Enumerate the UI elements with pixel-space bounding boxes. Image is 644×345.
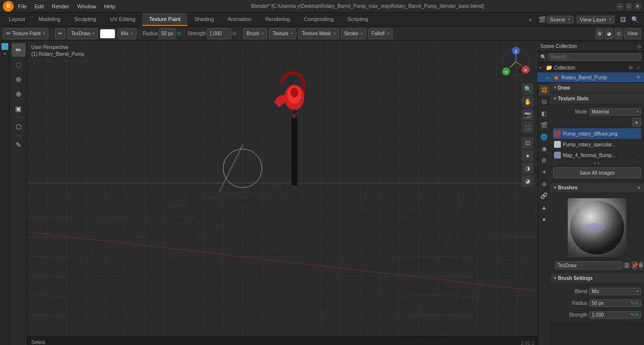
menu-help[interactable]: Help <box>101 2 119 10</box>
tab-scripting[interactable]: Scripting <box>340 13 375 26</box>
radius-pressure-icon-2[interactable]: ⊙ <box>635 300 639 305</box>
menu-edit[interactable]: Edit <box>31 2 47 10</box>
radius-prop-value[interactable]: 50 px ✎ ⊙ <box>589 299 641 307</box>
texture-slots-header[interactable]: ▾ Texture Slots <box>550 93 644 104</box>
viewport-rendered-btn[interactable]: ◕ <box>522 175 533 187</box>
prop-output-icon[interactable]: ⊟ <box>539 96 550 107</box>
strength-pen-icon[interactable]: ✎ <box>630 312 634 317</box>
navigation-gizmo[interactable]: Z Y X <box>500 46 532 77</box>
prop-physics-icon[interactable]: ⊕ <box>539 179 550 189</box>
mode-selector[interactable]: ✏ Texture Paint ▾ <box>3 28 48 39</box>
brushes-expand-icon[interactable]: ▾ <box>638 185 640 190</box>
view-layer-selector[interactable]: View Layer ▾ <box>577 16 615 23</box>
tab-layout[interactable]: Layout <box>2 13 32 26</box>
prop-particle-icon[interactable]: ✦ <box>539 167 550 178</box>
texture-mask-button[interactable]: Texture Mask ▾ <box>298 28 338 39</box>
smear-tool[interactable]: ⊛ <box>12 72 25 86</box>
prop-modifier-icon[interactable]: ⚙ <box>539 155 550 166</box>
side-toggle[interactable]: ◂ <box>3 51 6 56</box>
render-region-btn[interactable]: ⬚ <box>522 121 533 133</box>
radius-input[interactable]: 50 px <box>159 28 176 39</box>
color-swatch[interactable] <box>100 29 115 39</box>
save-all-images-button[interactable]: Save All Images <box>553 167 641 178</box>
viewport-render-btn[interactable]: ⊡ <box>522 137 533 149</box>
texture-menu-button[interactable]: Texture ▾ <box>269 28 296 39</box>
menu-render[interactable]: Render <box>48 2 73 10</box>
soften-tool[interactable]: ◌ <box>12 58 25 71</box>
tab-animation[interactable]: Animation <box>221 13 259 26</box>
blender-logo[interactable]: B <box>3 1 14 12</box>
falloff-button[interactable]: Falloff ▾ <box>368 28 393 39</box>
draw-tool[interactable]: ✏ <box>12 43 25 57</box>
brush-pin-button[interactable]: 📌 <box>632 261 638 270</box>
mode-value[interactable]: Material ▾ <box>589 108 641 115</box>
prop-object-icon[interactable]: ◉ <box>539 143 550 154</box>
3d-viewport[interactable]: User Perspective (1) Rotary_Barrel_Pump … <box>27 41 537 345</box>
tab-uv-editing[interactable]: UV Editing <box>103 13 142 26</box>
viewport-material-btn[interactable]: ◑ <box>522 162 533 174</box>
strength-pressure-icon-2[interactable]: ⊙ <box>635 312 639 317</box>
close-button[interactable]: ✕ <box>634 3 641 10</box>
minimize-button[interactable]: ─ <box>617 3 623 10</box>
add-texture-slot-button[interactable]: + <box>632 118 641 127</box>
texture-slot-diffuse[interactable]: Pump_rotary_diffuse.png ... <box>553 128 641 139</box>
view-btn[interactable]: View <box>624 28 642 39</box>
outliner-filter-icon[interactable]: ⊟ <box>637 44 641 49</box>
add-workspace-button[interactable]: + <box>526 15 535 24</box>
render-properties-icon[interactable]: 🖼 <box>618 14 628 25</box>
pump-eye-icon[interactable]: 👁 <box>635 75 642 80</box>
annotate-tool[interactable]: ✎ <box>12 138 25 152</box>
prop-scene-icon[interactable]: 🎬 <box>539 120 550 131</box>
viewport-shading-btn[interactable]: ◕ <box>605 28 613 39</box>
slots-expand-arrow[interactable]: ▸ ▸ <box>553 161 641 165</box>
tab-rendering[interactable]: Rendering <box>258 13 297 26</box>
blend-value[interactable]: Mix ▾ <box>589 288 641 295</box>
prop-world-icon[interactable]: 🌐 <box>539 132 550 142</box>
prop-constraints-icon[interactable]: 🔗 <box>539 190 550 201</box>
brush-name-selector[interactable]: TexDraw ▾ <box>67 28 98 39</box>
brush-settings-header[interactable]: ▾ Brush Settings <box>550 273 644 284</box>
menu-window[interactable]: Window <box>74 2 100 10</box>
blend-mode-selector[interactable]: Mix ▾ <box>117 28 136 39</box>
collection-check-icon[interactable]: ✓ <box>635 65 642 70</box>
prop-view-layer-icon[interactable]: ◧ <box>539 108 550 119</box>
stroke-button[interactable]: Stroke ▾ <box>341 28 366 39</box>
mask-tool[interactable]: ⬡ <box>12 120 25 134</box>
draw-tool-button[interactable]: ✏ <box>55 28 66 39</box>
radius-pressure-icon[interactable]: ⊙ <box>177 30 181 37</box>
fill-tool[interactable]: ▣ <box>12 102 25 115</box>
texture-slot-specular[interactable]: Pump_rotary_specular... <box>553 139 641 150</box>
strength-pressure-icon[interactable]: ⊙ <box>232 30 237 37</box>
prop-material-icon[interactable]: ● <box>539 214 550 225</box>
strength-prop-value[interactable]: 1.000 ✎ ⊙ <box>589 311 641 319</box>
outliner-pump-item[interactable]: ▸ ◉ Rotary_Barrel_Pump 👁 <box>537 72 644 82</box>
prop-render-icon[interactable]: 🖼 <box>539 85 550 95</box>
brushes-section-header[interactable]: ▾ Brushes ▾ <box>550 183 644 193</box>
viewport-solid-btn[interactable]: ● <box>522 150 533 161</box>
draw-section-header[interactable]: ▾ Draw <box>550 83 644 93</box>
tab-sculpting[interactable]: Sculpting <box>67 13 103 26</box>
brush-menu-button[interactable]: Brush ▾ <box>243 28 267 39</box>
hand-tool-btn[interactable]: ✋ <box>522 96 533 108</box>
collection-eye-icon[interactable]: 👁 <box>627 65 634 70</box>
search-icon[interactable]: 🔍 <box>629 14 640 25</box>
tab-texture-paint[interactable]: Texture Paint <box>142 13 187 26</box>
outliner-search-input[interactable] <box>548 53 641 61</box>
camera-view-btn[interactable]: 📷 <box>522 109 533 120</box>
brush-name-input[interactable] <box>555 261 622 270</box>
radius-pen-icon[interactable]: ✎ <box>630 300 634 305</box>
menu-file[interactable]: File <box>15 2 30 10</box>
prop-data-icon[interactable]: ▲ <box>539 202 550 213</box>
scene-selector[interactable]: Scene ▾ <box>547 16 574 23</box>
tab-modeling[interactable]: Modeling <box>32 13 67 26</box>
tab-compositing[interactable]: Compositing <box>297 13 340 26</box>
mode-indicator[interactable] <box>1 43 8 50</box>
texture-slot-normal[interactable]: Map_4_Normal_Bump... ... <box>553 150 641 161</box>
clone-tool[interactable]: ⊕ <box>12 87 25 101</box>
viewport-overlay-btn[interactable]: ⊞ <box>596 28 603 39</box>
outliner-collection-item[interactable]: ▾ 📁 Collection 👁 ✓ <box>537 63 644 72</box>
proportional-edit-btn[interactable]: ⊙ <box>615 28 622 39</box>
tab-shading[interactable]: Shading <box>187 13 221 26</box>
strength-input[interactable]: 1.000 <box>207 28 231 39</box>
zoom-in-btn[interactable]: 🔍 <box>522 83 533 95</box>
